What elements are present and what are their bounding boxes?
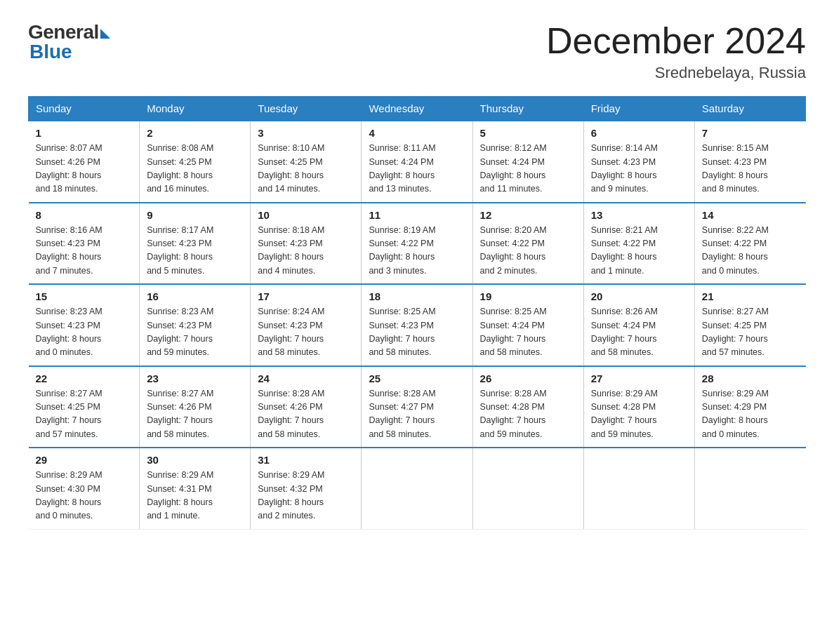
calendar-cell: 7Sunrise: 8:15 AM Sunset: 4:23 PM Daylig… bbox=[694, 121, 805, 203]
calendar-cell: 29Sunrise: 8:29 AM Sunset: 4:30 PM Dayli… bbox=[29, 448, 140, 529]
day-number: 26 bbox=[480, 373, 576, 384]
calendar-cell: 2Sunrise: 8:08 AM Sunset: 4:25 PM Daylig… bbox=[140, 121, 251, 203]
logo-arrow-icon bbox=[100, 29, 110, 39]
calendar-cell: 12Sunrise: 8:20 AM Sunset: 4:22 PM Dayli… bbox=[472, 203, 583, 285]
calendar-table: SundayMondayTuesdayWednesdayThursdayFrid… bbox=[28, 96, 806, 530]
calendar-cell: 28Sunrise: 8:29 AM Sunset: 4:29 PM Dayli… bbox=[694, 366, 805, 448]
day-number: 17 bbox=[258, 290, 354, 302]
calendar-cell: 23Sunrise: 8:27 AM Sunset: 4:26 PM Dayli… bbox=[140, 366, 251, 448]
calendar-cell: 26Sunrise: 8:28 AM Sunset: 4:28 PM Dayli… bbox=[472, 366, 583, 448]
day-number: 14 bbox=[702, 209, 799, 221]
day-number: 7 bbox=[702, 127, 799, 139]
day-number: 1 bbox=[36, 127, 133, 139]
calendar-cell: 3Sunrise: 8:10 AM Sunset: 4:25 PM Daylig… bbox=[251, 121, 362, 203]
day-number: 12 bbox=[480, 209, 576, 221]
calendar-cell: 22Sunrise: 8:27 AM Sunset: 4:25 PM Dayli… bbox=[29, 366, 140, 448]
day-info: Sunrise: 8:11 AM Sunset: 4:24 PM Dayligh… bbox=[369, 142, 465, 196]
day-number: 24 bbox=[258, 373, 354, 384]
calendar-cell: 9Sunrise: 8:17 AM Sunset: 4:23 PM Daylig… bbox=[140, 203, 251, 285]
day-number: 31 bbox=[258, 454, 354, 466]
location-subtitle: Srednebelaya, Russia bbox=[546, 64, 806, 82]
header-cell-saturday: Saturday bbox=[694, 97, 805, 121]
day-number: 4 bbox=[369, 127, 465, 139]
calendar-cell: 19Sunrise: 8:25 AM Sunset: 4:24 PM Dayli… bbox=[472, 284, 583, 366]
header-cell-monday: Monday bbox=[140, 97, 251, 121]
header-cell-friday: Friday bbox=[583, 97, 694, 121]
calendar-cell bbox=[694, 448, 805, 529]
title-area: December 2024 Srednebelaya, Russia bbox=[546, 21, 806, 82]
header-cell-wednesday: Wednesday bbox=[362, 97, 472, 121]
day-number: 10 bbox=[258, 209, 354, 221]
calendar-cell: 24Sunrise: 8:28 AM Sunset: 4:26 PM Dayli… bbox=[251, 366, 362, 448]
header-cell-thursday: Thursday bbox=[472, 97, 583, 121]
day-info: Sunrise: 8:18 AM Sunset: 4:23 PM Dayligh… bbox=[258, 224, 354, 279]
month-year-title: December 2024 bbox=[546, 21, 806, 61]
calendar-cell: 1Sunrise: 8:07 AM Sunset: 4:26 PM Daylig… bbox=[29, 121, 140, 203]
day-number: 28 bbox=[702, 373, 799, 384]
day-info: Sunrise: 8:24 AM Sunset: 4:23 PM Dayligh… bbox=[258, 305, 354, 360]
day-info: Sunrise: 8:29 AM Sunset: 4:29 PM Dayligh… bbox=[702, 387, 799, 442]
day-info: Sunrise: 8:25 AM Sunset: 4:23 PM Dayligh… bbox=[369, 305, 465, 360]
day-number: 19 bbox=[480, 290, 576, 302]
calendar-cell: 17Sunrise: 8:24 AM Sunset: 4:23 PM Dayli… bbox=[251, 284, 362, 366]
day-info: Sunrise: 8:17 AM Sunset: 4:23 PM Dayligh… bbox=[147, 224, 243, 279]
day-info: Sunrise: 8:14 AM Sunset: 4:23 PM Dayligh… bbox=[591, 142, 687, 196]
calendar-cell: 18Sunrise: 8:25 AM Sunset: 4:23 PM Dayli… bbox=[362, 284, 472, 366]
header-cell-sunday: Sunday bbox=[29, 97, 140, 121]
day-info: Sunrise: 8:28 AM Sunset: 4:27 PM Dayligh… bbox=[369, 387, 465, 442]
day-info: Sunrise: 8:21 AM Sunset: 4:22 PM Dayligh… bbox=[591, 224, 687, 279]
day-number: 3 bbox=[258, 127, 354, 139]
day-info: Sunrise: 8:23 AM Sunset: 4:23 PM Dayligh… bbox=[147, 305, 243, 360]
logo: General Blue bbox=[28, 21, 110, 63]
day-info: Sunrise: 8:20 AM Sunset: 4:22 PM Dayligh… bbox=[480, 224, 576, 279]
day-info: Sunrise: 8:29 AM Sunset: 4:30 PM Dayligh… bbox=[36, 469, 133, 523]
header-row: SundayMondayTuesdayWednesdayThursdayFrid… bbox=[29, 97, 806, 121]
day-number: 29 bbox=[36, 454, 133, 466]
calendar-cell: 30Sunrise: 8:29 AM Sunset: 4:31 PM Dayli… bbox=[140, 448, 251, 529]
calendar-cell: 11Sunrise: 8:19 AM Sunset: 4:22 PM Dayli… bbox=[362, 203, 472, 285]
calendar-week-4: 22Sunrise: 8:27 AM Sunset: 4:25 PM Dayli… bbox=[29, 366, 806, 448]
calendar-cell bbox=[472, 448, 583, 529]
day-number: 2 bbox=[147, 127, 243, 139]
calendar-cell: 14Sunrise: 8:22 AM Sunset: 4:22 PM Dayli… bbox=[694, 203, 805, 285]
day-info: Sunrise: 8:29 AM Sunset: 4:28 PM Dayligh… bbox=[591, 387, 687, 442]
day-info: Sunrise: 8:22 AM Sunset: 4:22 PM Dayligh… bbox=[702, 224, 799, 279]
day-info: Sunrise: 8:29 AM Sunset: 4:31 PM Dayligh… bbox=[147, 469, 243, 523]
calendar-cell: 5Sunrise: 8:12 AM Sunset: 4:24 PM Daylig… bbox=[472, 121, 583, 203]
page-header: General Blue December 2024 Srednebelaya,… bbox=[28, 21, 806, 82]
day-info: Sunrise: 8:27 AM Sunset: 4:25 PM Dayligh… bbox=[702, 305, 799, 360]
day-number: 30 bbox=[147, 454, 243, 466]
day-info: Sunrise: 8:29 AM Sunset: 4:32 PM Dayligh… bbox=[258, 469, 354, 523]
calendar-week-1: 1Sunrise: 8:07 AM Sunset: 4:26 PM Daylig… bbox=[29, 121, 806, 203]
day-info: Sunrise: 8:26 AM Sunset: 4:24 PM Dayligh… bbox=[591, 305, 687, 360]
day-number: 13 bbox=[591, 209, 687, 221]
day-info: Sunrise: 8:27 AM Sunset: 4:26 PM Dayligh… bbox=[147, 387, 243, 442]
calendar-body: 1Sunrise: 8:07 AM Sunset: 4:26 PM Daylig… bbox=[29, 121, 806, 529]
day-number: 20 bbox=[591, 290, 687, 302]
calendar-cell bbox=[362, 448, 472, 529]
day-number: 6 bbox=[591, 127, 687, 139]
day-info: Sunrise: 8:07 AM Sunset: 4:26 PM Dayligh… bbox=[36, 142, 133, 196]
calendar-cell: 13Sunrise: 8:21 AM Sunset: 4:22 PM Dayli… bbox=[583, 203, 694, 285]
day-number: 23 bbox=[147, 373, 243, 384]
calendar-cell: 15Sunrise: 8:23 AM Sunset: 4:23 PM Dayli… bbox=[29, 284, 140, 366]
day-info: Sunrise: 8:23 AM Sunset: 4:23 PM Dayligh… bbox=[36, 305, 133, 360]
calendar-cell: 31Sunrise: 8:29 AM Sunset: 4:32 PM Dayli… bbox=[251, 448, 362, 529]
day-info: Sunrise: 8:27 AM Sunset: 4:25 PM Dayligh… bbox=[36, 387, 133, 442]
calendar-cell: 25Sunrise: 8:28 AM Sunset: 4:27 PM Dayli… bbox=[362, 366, 472, 448]
calendar-cell: 27Sunrise: 8:29 AM Sunset: 4:28 PM Dayli… bbox=[583, 366, 694, 448]
day-number: 5 bbox=[480, 127, 576, 139]
calendar-week-3: 15Sunrise: 8:23 AM Sunset: 4:23 PM Dayli… bbox=[29, 284, 806, 366]
calendar-cell: 8Sunrise: 8:16 AM Sunset: 4:23 PM Daylig… bbox=[29, 203, 140, 285]
calendar-cell: 4Sunrise: 8:11 AM Sunset: 4:24 PM Daylig… bbox=[362, 121, 472, 203]
day-info: Sunrise: 8:10 AM Sunset: 4:25 PM Dayligh… bbox=[258, 142, 354, 196]
day-number: 9 bbox=[147, 209, 243, 221]
header-cell-tuesday: Tuesday bbox=[251, 97, 362, 121]
day-number: 25 bbox=[369, 373, 465, 384]
day-number: 11 bbox=[369, 209, 465, 221]
day-number: 16 bbox=[147, 290, 243, 302]
day-info: Sunrise: 8:28 AM Sunset: 4:26 PM Dayligh… bbox=[258, 387, 354, 442]
calendar-week-2: 8Sunrise: 8:16 AM Sunset: 4:23 PM Daylig… bbox=[29, 203, 806, 285]
day-info: Sunrise: 8:15 AM Sunset: 4:23 PM Dayligh… bbox=[702, 142, 799, 196]
logo-blue-text: Blue bbox=[29, 41, 72, 63]
